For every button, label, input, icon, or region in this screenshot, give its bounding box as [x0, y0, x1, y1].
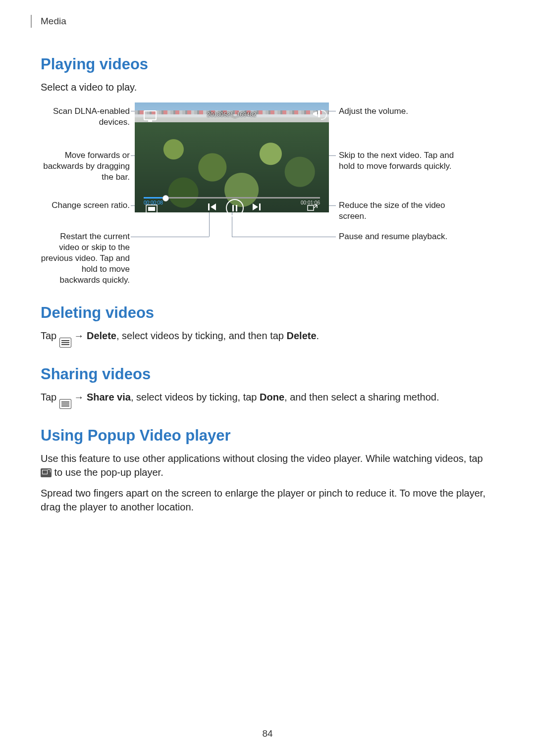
svg-rect-6 — [308, 205, 314, 210]
arrow: → — [71, 392, 87, 403]
popup-body-1: Use this feature to use other applicatio… — [41, 452, 494, 479]
text: , select videos by ticking, and then tap — [116, 330, 287, 341]
callout-seek: Move forwards or backwards by dragging t… — [41, 150, 130, 183]
menu-icon — [59, 338, 71, 348]
text: , and then select a sharing method. — [284, 392, 439, 403]
text: . — [317, 330, 320, 341]
sharing-body: Tap → Share via, select videos by tickin… — [41, 390, 494, 409]
callout-prev: Restart the current video or skip to the… — [41, 231, 130, 286]
seek-fill — [144, 197, 165, 199]
callout-next: Skip to the next video. Tap and hold to … — [339, 150, 468, 172]
heading-sharing-videos: Sharing videos — [41, 365, 494, 383]
svg-rect-2 — [208, 203, 210, 210]
seek-knob[interactable] — [162, 195, 169, 202]
previous-icon[interactable] — [207, 202, 218, 212]
seek-bar[interactable] — [144, 197, 320, 199]
leader — [232, 237, 336, 237]
next-icon[interactable] — [251, 202, 262, 212]
text-bold: Done — [260, 392, 284, 403]
svg-marker-4 — [253, 203, 258, 210]
playing-intro: Select a video to play. — [41, 80, 494, 94]
volume-icon[interactable] — [318, 110, 320, 117]
heading-playing-videos: Playing videos — [41, 55, 494, 73]
leader — [209, 209, 210, 237]
video-player: 20130521_169482 00:00:08 00:01:06 — [135, 102, 329, 212]
leader — [131, 237, 209, 237]
running-head: Media — [31, 15, 494, 28]
popup-body-2: Spread two fingers apart on the screen t… — [41, 486, 494, 514]
callout-ratio: Change screen ratio. — [41, 200, 130, 211]
text-bold: Delete — [287, 330, 317, 341]
text: to use the pop-up player. — [52, 467, 163, 478]
text-bold: Delete — [87, 330, 116, 341]
video-overlay-title: 20130521_169482 — [207, 111, 256, 117]
dlna-icon[interactable] — [144, 110, 157, 120]
text: Use this feature to use other applicatio… — [41, 453, 483, 464]
popup-player-icon — [41, 468, 52, 477]
svg-rect-1 — [148, 207, 155, 211]
text: Tap — [41, 330, 59, 341]
arrow: → — [71, 330, 87, 341]
menu-icon — [59, 399, 71, 409]
screen-ratio-icon[interactable] — [146, 204, 158, 213]
callout-popup: Reduce the size of the video screen. — [339, 200, 468, 222]
callout-volume: Adjust the volume. — [339, 106, 468, 117]
page-number: 84 — [0, 728, 535, 739]
heading-deleting-videos: Deleting videos — [41, 304, 494, 322]
popup-player-icon[interactable] — [307, 203, 318, 212]
deleting-body: Tap → Delete, select videos by ticking, … — [41, 329, 494, 348]
text: , select videos by ticking, tap — [131, 392, 260, 403]
text-bold: Share via — [87, 392, 131, 403]
callout-dlna: Scan DLNA-enabled devices. — [41, 106, 130, 128]
svg-marker-3 — [211, 203, 216, 210]
callout-pause: Pause and resume playback. — [339, 231, 468, 242]
player-diagram: Scan DLNA-enabled devices. Move forwards… — [41, 101, 494, 289]
pause-icon[interactable] — [226, 199, 244, 217]
svg-rect-5 — [259, 203, 261, 210]
heading-popup-video: Using Popup Video player — [41, 427, 494, 445]
text: Tap — [41, 392, 59, 403]
